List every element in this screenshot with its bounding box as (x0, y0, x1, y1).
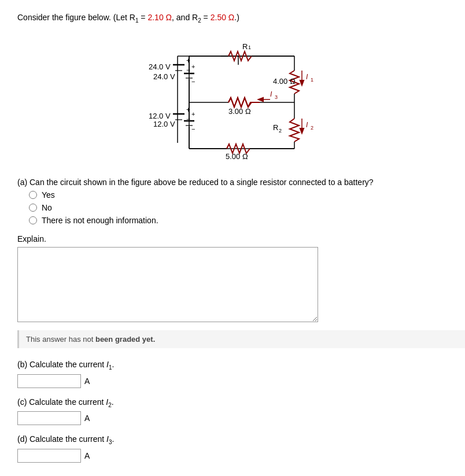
part-a-label: (a) Can the circuit shown in the figure … (17, 178, 448, 187)
r2-value: 2.50 Ω (211, 13, 235, 22)
option-no-label: No (42, 203, 52, 212)
r1-value: 2.10 Ω (147, 13, 172, 22)
graded-bold: been graded yet. (95, 335, 155, 344)
circuit-svg: + − 24.0 V + − 12.0 V (131, 33, 334, 166)
svg-text:24.0 V: 24.0 V (153, 72, 175, 81)
part-c-input[interactable] (17, 411, 81, 425)
radio-not-enough[interactable] (29, 216, 37, 224)
svg-text:−: − (191, 78, 195, 85)
part-b-input[interactable] (17, 374, 81, 388)
graded-notice: This answer has not been graded yet. (17, 330, 465, 348)
svg-text:I: I (306, 73, 308, 81)
explain-textarea[interactable] (17, 247, 318, 322)
svg-text:1: 1 (311, 77, 313, 83)
option-no[interactable]: No (29, 203, 448, 212)
option-yes[interactable]: Yes (29, 190, 448, 200)
part-c: (c) Calculate the current I2. A (17, 397, 448, 426)
part-b-label: (b) Calculate the current I1. (17, 360, 448, 371)
part-c-unit: A (84, 414, 90, 423)
option-not-enough[interactable]: There is not enough information. (29, 216, 448, 225)
svg-text:+: + (186, 106, 190, 114)
svg-text:3: 3 (275, 94, 278, 100)
part-b-unit: A (84, 377, 90, 386)
question-header: Consider the figure below. (Let R1 = 2.1… (17, 12, 448, 25)
svg-text:R: R (273, 123, 278, 132)
svg-text:−: − (186, 115, 190, 123)
circuit-diagram: + − 24.0 V + − 12.0 V (17, 33, 448, 166)
part-b: (b) Calculate the current I1. A (17, 360, 448, 388)
svg-text:+: + (186, 57, 190, 65)
svg-text:+: + (191, 110, 195, 117)
option-yes-label: Yes (42, 190, 55, 200)
part-d-label: (d) Calculate the current I3. (17, 434, 448, 445)
radio-yes[interactable] (29, 191, 37, 199)
part-d-input[interactable] (17, 449, 81, 463)
header-text: Consider the figure below. (Let R1 = 2.1… (17, 13, 239, 22)
radio-no[interactable] (29, 204, 37, 212)
svg-text:24.0 V: 24.0 V (149, 62, 171, 71)
svg-text:+: + (191, 63, 195, 70)
svg-text:5.00 Ω: 5.00 Ω (226, 152, 248, 161)
svg-text:12.0 V: 12.0 V (149, 112, 171, 120)
part-c-label: (c) Calculate the current I2. (17, 397, 448, 408)
svg-text:2: 2 (279, 128, 282, 134)
part-d-unit: A (84, 451, 90, 460)
svg-text:12.0 V: 12.0 V (153, 120, 175, 128)
svg-text:2: 2 (311, 125, 313, 131)
part-a-options: Yes No There is not enough information. (29, 190, 448, 225)
part-d: (d) Calculate the current I3. A (17, 434, 448, 463)
svg-text:I: I (306, 121, 308, 129)
svg-text:3.00 Ω: 3.00 Ω (228, 107, 251, 116)
svg-text:I: I (270, 90, 272, 98)
svg-text:1: 1 (248, 45, 251, 50)
explain-label: Explain. (17, 234, 448, 243)
svg-text:4.00 Ω: 4.00 Ω (273, 77, 296, 86)
option-not-enough-label: There is not enough information. (42, 216, 158, 225)
svg-text:R: R (242, 42, 248, 51)
svg-text:−: − (191, 126, 195, 132)
